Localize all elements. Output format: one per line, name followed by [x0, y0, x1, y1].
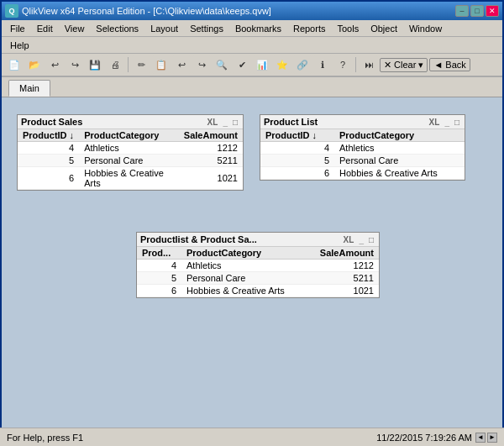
- scroll-right-btn[interactable]: ►: [487, 433, 497, 443]
- cell-id: 5: [260, 155, 334, 167]
- col-comb-amount: SaleAmount: [306, 247, 379, 260]
- col-comb-category: ProductCategory: [181, 247, 306, 260]
- product-sales-controls: XL _ □: [206, 118, 239, 127]
- toolbar-edit-button[interactable]: ✏: [132, 55, 150, 74]
- maximize-button[interactable]: □: [470, 5, 484, 17]
- menu-tools[interactable]: Tools: [332, 22, 364, 35]
- cell-amount: 1212: [306, 260, 379, 272]
- title-bar-controls: – □ ✕: [455, 5, 499, 17]
- menu-settings[interactable]: Settings: [185, 22, 228, 35]
- table-row: 4 Athletics: [260, 142, 465, 155]
- toolbar-search-button[interactable]: 🔍: [213, 55, 231, 74]
- menu-object[interactable]: Object: [365, 22, 402, 35]
- cell-id: 5: [137, 272, 181, 285]
- menu-help[interactable]: Help: [5, 39, 34, 52]
- toolbar-check-button[interactable]: ✔: [233, 55, 251, 74]
- toolbar-back-button[interactable]: ◄ Back: [429, 58, 470, 71]
- combined-header-row: Prod... ProductCategory SaleAmount: [137, 247, 379, 260]
- cell-category: Athletics: [181, 260, 306, 272]
- table-row: 6 Hobbies & Creative Arts 1021: [18, 167, 243, 190]
- toolbar-help-button[interactable]: ?: [333, 55, 352, 74]
- combined-table: Prod... ProductCategory SaleAmount 4 Ath…: [137, 247, 379, 297]
- toolbar-chart-button[interactable]: 📊: [253, 55, 271, 74]
- cell-amount: 1021: [179, 167, 243, 190]
- menu-file[interactable]: File: [5, 22, 30, 35]
- toolbar-save-button[interactable]: 💾: [86, 55, 104, 74]
- product-list-table: ProductID ↓ ProductCategory 4 Athletics …: [260, 129, 465, 180]
- cell-id: 6: [18, 167, 79, 190]
- toolbar-link-button[interactable]: 🔗: [293, 55, 312, 74]
- toolbar-star-button[interactable]: ⭐: [273, 55, 291, 74]
- col-pl-category: ProductCategory: [334, 129, 465, 142]
- toolbar-skip-button[interactable]: ⏭: [360, 55, 378, 74]
- scroll-area: ◄ ►: [475, 433, 497, 443]
- tab-main[interactable]: Main: [8, 80, 50, 97]
- product-list-max-btn[interactable]: □: [453, 118, 461, 127]
- close-button[interactable]: ✕: [486, 5, 499, 17]
- table-row: 5 Personal Care 5211: [18, 155, 243, 167]
- combined-panel: Productlist & Product Sa... XL _ □ Prod.…: [136, 232, 380, 298]
- combined-controls: XL _ □: [342, 235, 375, 244]
- product-sales-xl-btn[interactable]: XL: [206, 118, 220, 127]
- col-productid: ProductID ↓: [18, 129, 79, 142]
- cell-category: Hobbies & Creative Arts: [181, 285, 306, 297]
- product-list-min-btn[interactable]: _: [443, 118, 451, 127]
- back-label: ◄ Back: [433, 60, 465, 70]
- menu-selections[interactable]: Selections: [91, 22, 144, 35]
- clear-label: ✕ Clear ▾: [384, 60, 423, 71]
- product-list-xl-btn[interactable]: XL: [428, 118, 442, 127]
- menu-layout[interactable]: Layout: [145, 22, 183, 35]
- status-datetime: 11/22/2015 7:19:26 AM: [376, 433, 472, 443]
- minimize-button[interactable]: –: [455, 5, 469, 17]
- col-category: ProductCategory: [79, 129, 179, 142]
- cell-category: Personal Care: [181, 272, 306, 285]
- menu-bookmarks[interactable]: Bookmarks: [230, 22, 286, 35]
- app-icon: Q: [5, 4, 18, 18]
- cell-id: 6: [260, 167, 334, 180]
- product-sales-title: Product Sales: [21, 117, 82, 127]
- product-list-controls: XL _ □: [428, 118, 461, 127]
- menu-window[interactable]: Window: [404, 22, 447, 35]
- combined-min-btn[interactable]: _: [357, 235, 365, 244]
- menu-edit[interactable]: Edit: [32, 22, 58, 35]
- toolbar-clear-button[interactable]: ✕ Clear ▾: [380, 58, 428, 72]
- product-sales-table: ProductID ↓ ProductCategory SaleAmount 4…: [18, 129, 243, 190]
- toolbar-paste-button[interactable]: 📋: [152, 55, 171, 74]
- table-row: 4 Athletics 1212: [137, 260, 379, 272]
- toolbar-forward-nav-button[interactable]: ↪: [66, 55, 84, 74]
- status-bar: For Help, press F1 11/22/2015 7:19:26 AM…: [0, 428, 504, 446]
- table-row: 5 Personal Care: [260, 155, 465, 167]
- product-sales-min-btn[interactable]: _: [221, 118, 229, 127]
- product-list-panel: Product List XL _ □ ProductID ↓ ProductC…: [260, 114, 465, 181]
- combined-xl-btn[interactable]: XL: [342, 235, 356, 244]
- toolbar-open-button[interactable]: 📂: [25, 55, 44, 74]
- col-comb-prod: Prod...: [137, 247, 181, 260]
- toolbar-back-nav-button[interactable]: ↩: [45, 55, 64, 74]
- table-row: 6 Hobbies & Creative Arts: [260, 167, 465, 180]
- title-bar: Q QlikView x64 Personal Edition - [C:\Ql…: [2, 2, 502, 20]
- menu-reports[interactable]: Reports: [288, 22, 331, 35]
- table-row: 6 Hobbies & Creative Arts 1021: [137, 285, 379, 297]
- product-list-header: Product List XL _ □: [260, 115, 465, 129]
- cell-id: 4: [18, 142, 79, 155]
- toolbar-print-button[interactable]: 🖨: [106, 55, 124, 74]
- table-row: 5 Personal Care 5211: [137, 272, 379, 285]
- toolbar-undo-button[interactable]: ↩: [172, 55, 191, 74]
- toolbar-info-button[interactable]: ℹ: [313, 55, 332, 74]
- cell-category: Athletics: [334, 142, 465, 155]
- cell-id: 5: [18, 155, 79, 167]
- product-sales-header-row: ProductID ↓ ProductCategory SaleAmount: [18, 129, 243, 142]
- product-list-header-row: ProductID ↓ ProductCategory: [260, 129, 465, 142]
- app-window: Q QlikView x64 Personal Edition - [C:\Ql…: [0, 0, 504, 446]
- toolbar-redo-button[interactable]: ↪: [192, 55, 211, 74]
- toolbar-new-button[interactable]: 📄: [5, 55, 24, 74]
- combined-title: Productlist & Product Sa...: [140, 234, 257, 244]
- scroll-left-btn[interactable]: ◄: [475, 433, 486, 443]
- combined-max-btn[interactable]: □: [367, 235, 375, 244]
- menu-bar-2: Help: [2, 37, 502, 54]
- cell-category: Hobbies & Creative Arts: [334, 167, 465, 180]
- product-sales-max-btn[interactable]: □: [231, 118, 239, 127]
- product-sales-panel: Product Sales XL _ □ ProductID ↓ Product…: [17, 114, 244, 191]
- cell-category: Personal Care: [334, 155, 465, 167]
- menu-view[interactable]: View: [60, 22, 90, 35]
